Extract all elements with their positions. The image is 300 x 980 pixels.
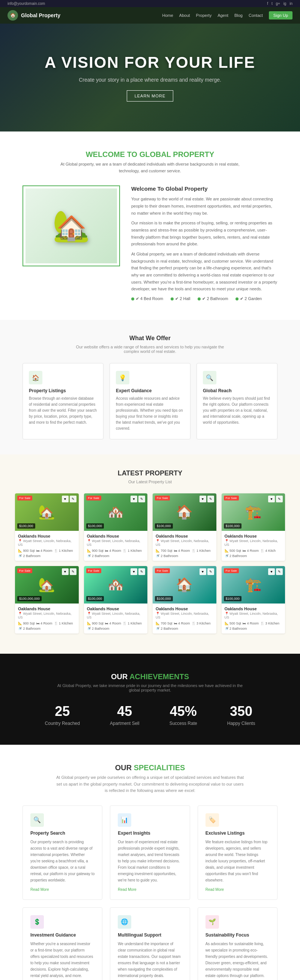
property-name: Oaklands House <box>156 534 213 538</box>
prop-rooms: 🛏 4 Room <box>243 622 259 625</box>
property-image: 🏠 For Sale $100,000 ♥ ✎ <box>153 566 216 603</box>
property-favorite-button[interactable]: ♥ <box>199 496 206 502</box>
property-card: 🏘️ For Sale $100,000 ♥ ✎ Oaklands House … <box>84 493 148 561</box>
property-favorite-button[interactable]: ♥ <box>62 496 69 502</box>
guidance-title: Expert Guidance <box>116 388 184 393</box>
achievements-section: OUR ACHIEVEMENTS At Global Property, we … <box>0 654 300 745</box>
welcome-heading: WELCOME TO GLOBAL PROPERTY <box>22 150 278 159</box>
welcome-para2: Our mission is to make the process of bu… <box>131 220 278 248</box>
property-favorite-button[interactable]: ♥ <box>131 568 137 575</box>
property-price: $100,000,000 <box>17 596 41 601</box>
feature-bed: ✔ 4 Bed Room <box>131 296 163 301</box>
spec-card-text: Our property search is providing access … <box>30 839 94 883</box>
property-features: 📐 500 Sqt 🛏 4 Room 🍴 4 Kitch 🚿 2 Bathroo… <box>225 549 282 558</box>
property-grid-row2: 🏡 For Sale $100,000,000 ♥ ✎ Oaklands Hou… <box>15 566 285 633</box>
property-badge: For Sale <box>86 568 101 573</box>
property-badge: For Sale <box>224 496 239 501</box>
property-edit-button[interactable]: ✎ <box>138 568 145 575</box>
specialities-section: OUR SPECIALITIES At Global property we p… <box>0 745 300 980</box>
prop-bath: 🚿 2 Bathroom <box>18 627 40 630</box>
feature-garden-label: ✔ 2 Garden <box>240 296 262 301</box>
property-price: $100,000 <box>17 523 35 528</box>
feature-hall-label: ✔ 2 Hall <box>175 296 190 301</box>
latest-subtitle: Our Latest Property List <box>15 479 285 484</box>
property-card: 🏘️ For Sale $100,000 ♥ ✎ Oaklands House … <box>84 566 148 633</box>
nav-home[interactable]: Home <box>162 13 173 18</box>
welcome-text-block: Welcome To Global Property Your gateway … <box>131 185 278 301</box>
nav-about[interactable]: About <box>179 13 190 18</box>
spec-read-more-link[interactable]: Read More <box>118 888 136 892</box>
spec-card-title: Property Search <box>30 830 94 836</box>
hero-section: A VISION FOR YOUR LIFE Create your story… <box>0 24 300 132</box>
achievement-label: Success Rate <box>169 721 197 726</box>
property-name: Oaklands House <box>225 606 282 611</box>
signup-button[interactable]: Sign Up <box>269 11 292 19</box>
property-features: 📐 900 Sqt 🛏 4 Room 🍴 1 Kitchen 🚿 2 Bathr… <box>87 622 145 630</box>
achievement-number: 45% <box>169 703 197 719</box>
specialities-title: OUR SPECIALITIES <box>22 764 278 772</box>
property-edit-button[interactable]: ✎ <box>276 496 283 502</box>
property-name: Oaklands House <box>18 534 76 538</box>
property-name: Oaklands House <box>87 606 145 611</box>
prop-rooms: 🛏 4 Room <box>37 622 53 625</box>
nav-property[interactable]: Property <box>196 13 212 18</box>
achievements-subtitle: At Global Property, we take immense prid… <box>56 683 244 692</box>
property-info: Oaklands House 📍 Wyatt Street, Lincoln, … <box>15 603 79 633</box>
li-icon[interactable]: in <box>289 2 292 6</box>
property-name: Oaklands House <box>87 534 145 538</box>
property-edit-button[interactable]: ✎ <box>276 568 283 575</box>
nav-contact[interactable]: Contact <box>249 13 263 18</box>
property-price: $100,000 <box>224 596 242 601</box>
prop-bath: 🚿 2 Bathroom <box>87 627 110 630</box>
prop-sqft: 📐 900 Sqt <box>87 622 104 625</box>
prop-rooms: 🛏 4 Room <box>37 549 53 552</box>
spec-grid: 🔍 Property Search Our property search is… <box>22 805 278 980</box>
achievements-title: OUR ACHIEVEMENTS <box>22 673 278 681</box>
spec-card-title: Exclusive Listings <box>206 830 270 836</box>
property-edit-button[interactable]: ✎ <box>207 568 214 575</box>
property-address: 📍 Wyatt Street, Lincoln, Nebraska, US <box>18 539 76 547</box>
property-address: 📍 Wyatt Street, Lincoln, Nebraska, US <box>156 539 213 547</box>
reach-icon: 🔍 <box>203 371 216 384</box>
prop-bath: 🚿 2 Bathroom <box>87 554 110 558</box>
hero-cta-button[interactable]: LEARN MORE <box>127 90 174 102</box>
spec-read-more-link[interactable]: Read More <box>30 888 49 892</box>
property-edit-button[interactable]: ✎ <box>138 496 145 502</box>
property-address: 📍 Wyatt Street, Lincoln, Nebraska, US <box>87 612 145 619</box>
feature-dot-4 <box>236 298 238 301</box>
prop-rooms: 🛏 4 Room <box>105 622 121 625</box>
property-price: $100,000 <box>86 523 104 528</box>
topbar: info@yourdomain.com f t g+ ig in <box>0 0 300 7</box>
property-actions: ♥ ✎ <box>131 568 145 575</box>
property-edit-button[interactable]: ✎ <box>70 568 77 575</box>
logo: 🏠 Global Property <box>8 10 61 21</box>
ig-icon[interactable]: ig <box>284 2 287 6</box>
property-name: Oaklands House <box>156 606 213 611</box>
guidance-text: Access valuable resources and advice fro… <box>116 396 184 431</box>
gp-icon[interactable]: g+ <box>276 2 280 6</box>
achievement-label: Happy Clients <box>227 721 255 726</box>
property-edit-button[interactable]: ✎ <box>70 496 77 502</box>
spec-read-more-link[interactable]: Read More <box>206 888 224 892</box>
property-actions: ♥ ✎ <box>199 496 214 502</box>
nav-blog[interactable]: Blog <box>235 13 243 18</box>
property-edit-button[interactable]: ✎ <box>207 496 214 502</box>
property-favorite-button[interactable]: ♥ <box>268 568 275 575</box>
tw-icon[interactable]: t <box>271 2 273 6</box>
prop-sqft: 📐 900 Sqt <box>18 549 35 552</box>
hero-title: A VISION FOR YOUR LIFE <box>45 54 255 72</box>
property-favorite-button[interactable]: ♥ <box>62 568 69 575</box>
property-image: 🏗️ For Sale $100,000 ♥ ✎ <box>222 493 286 531</box>
prop-sqft: 📐 900 Sqt <box>87 549 104 552</box>
fb-icon[interactable]: f <box>267 2 268 6</box>
spec-card: 🌱 Sustainability Focus As advocates for … <box>198 907 278 980</box>
spec-card: 🏷️ Exclusive Listings We feature exclusi… <box>198 805 278 900</box>
spec-icon: 💲 <box>30 915 44 929</box>
nav-agent[interactable]: Agent <box>217 13 228 18</box>
offer-subtitle: Our website offers a wide range of featu… <box>75 345 225 354</box>
property-favorite-button[interactable]: ♥ <box>131 496 137 502</box>
prop-sqft: 📐 700 Sqt <box>156 549 172 552</box>
property-favorite-button[interactable]: ♥ <box>268 496 275 502</box>
property-favorite-button[interactable]: ♥ <box>199 568 206 575</box>
welcome-title-block: WELCOME TO GLOBAL PROPERTY At Global pro… <box>22 150 278 174</box>
